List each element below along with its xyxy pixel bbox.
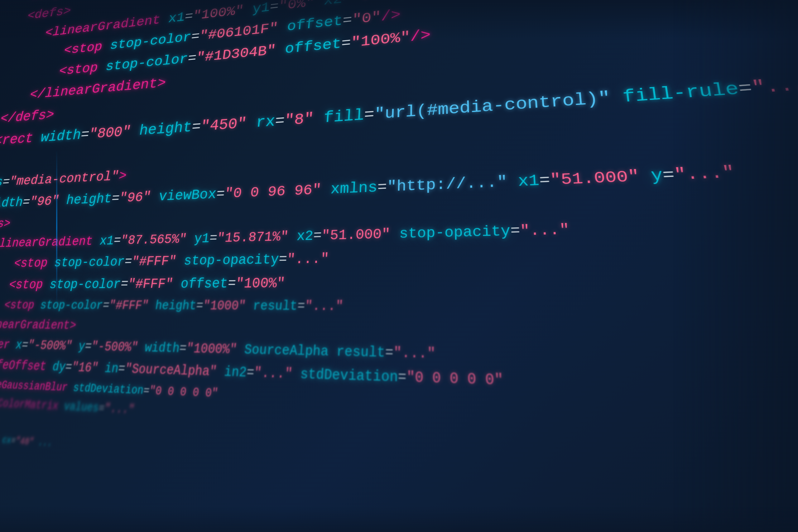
token-attr: fill-rule	[622, 79, 741, 107]
token-tag: <feOffset	[0, 358, 48, 374]
token-attr: in2	[224, 364, 247, 381]
token-val: "100%"	[235, 276, 286, 292]
token-tag: </linearGradient>	[0, 318, 77, 333]
token-tag: <rect	[0, 131, 35, 149]
token-white: =	[377, 178, 387, 196]
token-attr: result	[336, 344, 385, 361]
token-val: "0%"	[278, 0, 316, 14]
token-white	[390, 226, 399, 242]
token-attr: x2	[296, 228, 314, 244]
token-val: "..."	[305, 299, 344, 314]
token-val: "51.000"	[550, 167, 641, 189]
token-val: "..."	[673, 163, 736, 185]
token-val: "1000%"	[186, 341, 238, 358]
token-white: =	[341, 35, 351, 52]
token-attr: rx	[255, 113, 276, 132]
token-attr: x1	[167, 10, 186, 26]
token-attr: result	[252, 299, 298, 314]
token-tag: </defs>	[0, 107, 56, 127]
token-tag: />	[381, 7, 401, 25]
token-val: "-500%"	[90, 340, 139, 355]
token-val: "96"	[28, 193, 60, 209]
token-attr: viewBox	[158, 186, 217, 205]
token-val: "450"	[200, 115, 247, 135]
token-val: "..."	[103, 402, 136, 417]
token-val: "..."	[750, 73, 798, 98]
token-val: "..."	[520, 222, 570, 240]
token-attr: SourceAlpha	[244, 342, 329, 360]
token-white	[314, 0, 324, 10]
token-attr: fill	[323, 107, 364, 127]
token-white: =	[342, 0, 352, 6]
token-val: "96"	[118, 189, 152, 206]
token-val: "-500%"	[26, 339, 74, 354]
token-white: =	[342, 12, 353, 29]
token-val: "..."	[393, 345, 435, 362]
token-white	[321, 181, 331, 198]
token-val: "..."	[286, 251, 329, 268]
code-display: height="450" viewBox="0 0 800 450" xmlns…	[0, 0, 798, 532]
token-val: "51.000"	[321, 226, 391, 244]
token-white: =	[510, 223, 520, 240]
token-white	[328, 344, 337, 360]
token-tag: <stop	[13, 256, 49, 271]
token-white	[507, 173, 519, 191]
token-attr: y1	[251, 0, 270, 17]
token-val: "16"	[71, 360, 99, 376]
token-attr: height	[65, 191, 113, 208]
token-attr: offset	[284, 36, 342, 57]
token-val: "87.565%"	[120, 232, 188, 248]
token-tag: <stop	[7, 278, 44, 292]
token-attr: stop-opacity	[183, 252, 280, 269]
token-white: =	[364, 106, 375, 125]
token-white: =	[297, 299, 305, 314]
token-attr: stop-color	[39, 299, 104, 313]
token-val: "#FFF"	[131, 254, 177, 270]
token-val: "0"	[352, 9, 381, 28]
token-val: "media-control"	[8, 169, 120, 189]
token-tag: <feColorMatrix	[0, 396, 59, 413]
token-attr: x2	[323, 0, 343, 9]
token-white: =	[313, 228, 322, 244]
token-val: "#FFF"	[108, 299, 150, 313]
token-attr: stop-color	[48, 277, 122, 292]
token-tag: <feGaussianBlur	[0, 378, 69, 394]
token-attr: stop-color	[53, 255, 126, 270]
token-white	[288, 229, 297, 244]
token-attr: xmlns	[330, 179, 378, 198]
token-attr: ...	[37, 437, 53, 449]
token-attr: offset	[179, 276, 228, 292]
token-val: "100%"	[192, 3, 245, 23]
token-attr: height	[138, 119, 193, 139]
token-attr: width	[144, 341, 180, 356]
token-val: "0 0 96 96"	[224, 182, 322, 202]
token-attr: stop-opacity	[399, 223, 511, 242]
left-bar-accent	[56, 150, 57, 305]
token-val: "0%"	[351, 0, 390, 6]
token-attr: stdDeviation	[300, 366, 398, 385]
token-attr: values	[63, 400, 100, 415]
token-white: =	[385, 345, 394, 361]
token-white	[313, 109, 324, 128]
code-block: height="450" viewBox="0 0 800 450" xmlns…	[0, 0, 798, 532]
token-val: "0 0 0 0 0"	[148, 384, 219, 400]
token-attr: offset	[286, 13, 343, 35]
token-white: =	[539, 171, 551, 190]
token-white	[390, 0, 400, 1]
token-cyan: "http://..."	[387, 173, 508, 196]
token-tag: <stop	[3, 299, 36, 312]
token-attr: x1	[517, 172, 540, 191]
token-attr: height	[154, 299, 197, 313]
token-val: "8"	[284, 110, 314, 130]
token-val: "#FFF"	[127, 277, 174, 292]
token-attr: stdDeviation	[72, 381, 144, 397]
token-tag: <defs>	[0, 217, 12, 231]
token-white: =	[398, 369, 406, 386]
token-tag: <linearGradient	[0, 234, 94, 251]
token-tag: <defs>	[26, 4, 73, 23]
token-val: "15.871%"	[216, 229, 289, 246]
token-attr: width	[39, 127, 82, 146]
token-tag: <stop	[57, 60, 99, 79]
token-val: "800"	[87, 124, 132, 143]
token-val: "..."	[253, 365, 293, 382]
